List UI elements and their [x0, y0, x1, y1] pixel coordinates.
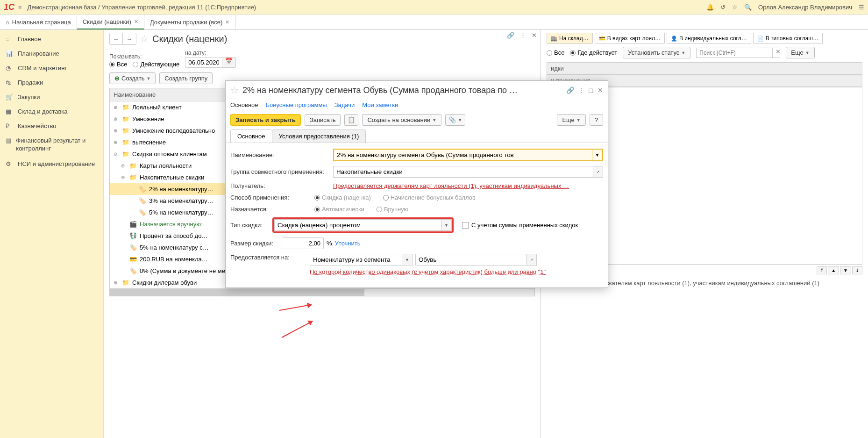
chevron-down-icon[interactable]: ▼: [441, 220, 451, 230]
forward-button[interactable]: →: [123, 33, 136, 44]
chevron-down-icon[interactable]: ▼: [402, 254, 412, 265]
scroll-up-icon[interactable]: ▲: [828, 266, 839, 274]
tab-home[interactable]: ⌂ Начальная страница: [0, 15, 77, 29]
segment-select[interactable]: ↗: [415, 254, 537, 266]
size-input[interactable]: [282, 237, 324, 249]
search-input[interactable]: [697, 48, 772, 57]
segment-input[interactable]: [416, 254, 526, 265]
sidebar-item-main[interactable]: ≡Главное: [0, 32, 103, 46]
sidebar-item-crm[interactable]: ◔CRM и маркетинг: [0, 61, 103, 75]
create-group-button[interactable]: Создать группу: [159, 72, 213, 84]
bell-icon[interactable]: 🔔: [706, 4, 714, 11]
radio-all[interactable]: Все: [109, 61, 127, 68]
row-size: Размер скидки: % Уточнить: [230, 237, 603, 249]
expand-icon[interactable]: ⊕: [114, 105, 119, 110]
hamburger-icon[interactable]: ≡: [18, 4, 22, 11]
create-based-button[interactable]: Создать на основании▼: [362, 114, 441, 126]
radio-active[interactable]: Действующие: [133, 61, 179, 68]
group-input[interactable]: [334, 166, 593, 177]
open-icon[interactable]: ↗: [526, 254, 536, 265]
clear-search-icon[interactable]: ✕: [772, 48, 783, 57]
link-icon[interactable]: 🔗: [566, 86, 574, 94]
close-icon[interactable]: ✕: [134, 19, 138, 25]
folder-icon: 📁: [122, 127, 129, 134]
sidebar-item-nsi[interactable]: ⚙НСИ и администрирование: [0, 157, 103, 172]
attach-button[interactable]: 📎▼: [445, 114, 465, 126]
settings-icon[interactable]: ☰: [859, 4, 864, 11]
checkbox-applied[interactable]: [462, 222, 469, 229]
group-select[interactable]: ↗: [333, 166, 603, 178]
modal-tab-main[interactable]: Основное: [230, 100, 258, 110]
right-tab-typical[interactable]: 📄В типовых соглаш…: [753, 33, 823, 44]
collapse-icon[interactable]: ⊖: [121, 175, 127, 180]
chart-icon: 📊: [6, 50, 13, 57]
expand-icon[interactable]: ⊕: [114, 140, 119, 145]
modal-tab-notes[interactable]: Мои заметки: [362, 100, 398, 110]
condition-link[interactable]: По которой количество одинаковых (с учет…: [310, 268, 546, 275]
more-button-modal[interactable]: Еще▼: [557, 114, 585, 126]
expand-icon[interactable]: ⊕: [121, 163, 127, 168]
horizontal-scrollbar[interactable]: [110, 288, 534, 296]
date-input[interactable]: [185, 57, 222, 68]
provided-input[interactable]: [310, 254, 402, 265]
subtab-conditions[interactable]: Условия предоставления (1): [272, 129, 366, 143]
modal-tab-bonus[interactable]: Бонусные программы: [266, 100, 327, 110]
expand-icon[interactable]: ⊕: [114, 280, 119, 285]
expand-icon[interactable]: ⊕: [114, 116, 119, 122]
modal-tab-tasks[interactable]: Задачи: [334, 100, 355, 110]
recipient-link[interactable]: Предоставляется держателям карт лояльнос…: [333, 182, 569, 189]
create-button[interactable]: ⊕Создать▼: [109, 72, 156, 84]
right-tab-cards[interactable]: 💳В видах карт лоял…: [595, 33, 665, 44]
sidebar-item-fin-result[interactable]: ▥Финансовый результат и контроллинг: [0, 133, 103, 157]
sidebar-item-treasury[interactable]: ₽Казначейство: [0, 119, 103, 133]
tab-discounts[interactable]: Скидки (наценки) ✕: [77, 15, 144, 29]
maximize-icon[interactable]: ◻: [588, 86, 594, 94]
scroll-bottom-icon[interactable]: ⤓: [852, 266, 862, 274]
collapse-icon[interactable]: ⊖: [114, 151, 119, 157]
save-close-button[interactable]: Записать и закрыть: [230, 114, 301, 126]
save-button[interactable]: Записать: [305, 114, 341, 126]
right-tab-sklad[interactable]: 🏬На склад…: [547, 33, 593, 44]
more-icon[interactable]: ⋮: [578, 86, 584, 94]
back-button[interactable]: ←: [110, 33, 123, 44]
open-icon[interactable]: ↗: [593, 166, 603, 177]
scroll-down-icon[interactable]: ▼: [840, 266, 851, 274]
history-icon[interactable]: ↺: [720, 4, 726, 11]
star-icon[interactable]: ☆: [732, 4, 738, 11]
type-select[interactable]: ▼: [274, 219, 452, 231]
user-name[interactable]: Орлов Александр Владимирович: [758, 4, 852, 11]
favorite-icon[interactable]: ☆: [230, 85, 239, 96]
close-icon[interactable]: ✕: [225, 19, 229, 25]
scroll-top-icon[interactable]: ⤒: [817, 266, 827, 274]
type-input[interactable]: [275, 220, 441, 230]
clarify-link[interactable]: Уточнить: [335, 240, 361, 247]
close-icon[interactable]: ✕: [532, 32, 537, 39]
set-status-button[interactable]: Установить статус▼: [623, 47, 690, 58]
folder-icon: 📁: [122, 115, 129, 122]
right-tab-indiv[interactable]: 👤В индивидуальных согл…: [667, 33, 751, 44]
link-icon[interactable]: 🔗: [507, 32, 514, 39]
favorite-icon[interactable]: ☆: [140, 33, 149, 44]
filters: Показывать: Все Действующие на дату: 📅: [109, 50, 535, 68]
radio-where[interactable]: Где действует: [570, 49, 617, 56]
sidebar-item-purchases[interactable]: 🛒Закупки: [0, 90, 103, 104]
calendar-icon[interactable]: 📅: [222, 57, 236, 68]
sidebar-item-planning[interactable]: 📊Планирование: [0, 46, 103, 61]
chevron-down-icon[interactable]: ▼: [592, 150, 602, 160]
money-icon: 💳: [129, 256, 137, 263]
close-icon[interactable]: ✕: [598, 86, 603, 94]
search-icon[interactable]: 🔍: [744, 4, 752, 11]
sidebar-item-warehouse[interactable]: ▦Склад и доставка: [0, 104, 103, 119]
more-icon[interactable]: ⋮: [520, 32, 526, 39]
name-input[interactable]: [334, 150, 592, 160]
provided-select[interactable]: ▼: [310, 254, 413, 266]
folder-icon: 📁: [122, 279, 129, 286]
help-button[interactable]: ?: [590, 114, 603, 126]
radio-all-right[interactable]: Все: [547, 49, 564, 56]
report-button[interactable]: 📋: [344, 114, 358, 126]
expand-icon[interactable]: ⊕: [114, 128, 119, 133]
sidebar-item-sales[interactable]: 🛍Продажи: [0, 75, 103, 90]
subtab-main[interactable]: Основное: [230, 129, 272, 143]
more-button[interactable]: Еще▼: [786, 47, 814, 58]
tab-sales-docs[interactable]: Документы продажи (все) ✕: [144, 15, 235, 29]
